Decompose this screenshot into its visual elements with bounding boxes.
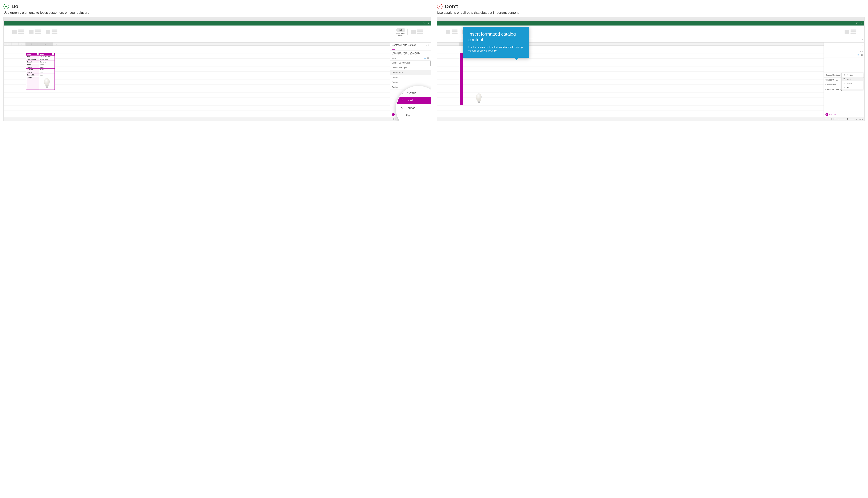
col-j[interactable]: J	[18, 42, 26, 45]
context-menu-format[interactable]: Format	[397, 104, 431, 112]
svg-rect-12	[861, 54, 861, 55]
svg-point-7	[401, 107, 402, 107]
close-icon[interactable]: ✕	[861, 44, 863, 46]
task-pane: x ▾✕ nite •••	[824, 42, 864, 117]
ribbon-addin-label: Parts Catalog	[397, 33, 405, 34]
do-example-frame: ─ ▢ ✕ Parts Catalog Contoso ˅	[3, 17, 431, 121]
context-menu-insert[interactable]: Insert	[842, 77, 863, 81]
svg-rect-5	[428, 58, 429, 59]
context-menu-pin[interactable]: Pin	[397, 112, 431, 119]
pane-breadcrumb-tail: nite	[826, 51, 863, 53]
list-item[interactable]: Contoso 60 - 65w Equal	[390, 61, 431, 65]
status-bar: – + 100%	[4, 117, 431, 121]
zoom-out-button[interactable]: –	[838, 118, 839, 120]
col-l[interactable]: L	[37, 42, 53, 45]
pane-breadcrumb: LED - R30 - 2700K - Warm White	[392, 52, 429, 54]
ribbon-group	[12, 29, 24, 34]
view-button[interactable]	[391, 118, 393, 120]
table-header-label[interactable]: Lable▾	[26, 53, 39, 55]
callout-title: Insert formatted catalog content	[468, 31, 524, 42]
dont-subheading: Use captions or call-outs that obstruct …	[437, 11, 865, 15]
column-headers[interactable]: H I J K L M	[4, 42, 390, 45]
minimize-button[interactable]: ─	[852, 22, 854, 24]
close-button[interactable]: ✕	[427, 22, 429, 24]
list-item[interactable]: Contoso 85w Equal	[390, 65, 431, 70]
lightbulb-icon	[400, 29, 402, 31]
formula-bar[interactable]: ˅	[4, 38, 431, 42]
list-item[interactable]: •••	[824, 57, 864, 73]
filter-label: Name	[392, 57, 396, 60]
context-menu-pin[interactable]: Pin	[842, 86, 863, 90]
col-h[interactable]: H	[4, 42, 12, 45]
svg-point-8	[402, 108, 403, 108]
dropdown-icon[interactable]: ▾	[52, 53, 54, 55]
svg-rect-4	[427, 58, 428, 59]
svg-rect-10	[478, 101, 480, 102]
minimize-button[interactable]: ─	[418, 22, 420, 24]
pane-footer[interactable]: C Contoso	[824, 112, 864, 117]
col-m[interactable]: M	[53, 42, 60, 45]
check-icon	[3, 4, 9, 9]
list-view-icon[interactable]	[424, 57, 426, 60]
list-item[interactable]: Contoso 8	[390, 75, 431, 80]
view-button[interactable]	[833, 118, 836, 120]
callout-body: Use list item menu to select insert and …	[468, 45, 524, 52]
svg-point-18	[845, 83, 845, 83]
ribbon-group	[29, 29, 41, 34]
col-k[interactable]: K	[26, 42, 37, 45]
close-icon[interactable]: ✕	[428, 44, 429, 46]
chevron-down-icon[interactable]: ˅	[428, 39, 429, 41]
chevron-down-icon[interactable]: ˅	[862, 39, 863, 41]
chevron-down-icon[interactable]: ▾	[860, 44, 860, 46]
list-view-icon[interactable]	[857, 54, 859, 56]
table-edge	[460, 53, 463, 105]
svg-rect-3	[428, 57, 429, 58]
lightbulb-image	[475, 93, 483, 104]
title-bar: ─ ▢ ✕	[4, 21, 431, 26]
menu-icon[interactable]	[392, 48, 395, 50]
view-button[interactable]	[395, 118, 398, 120]
svg-rect-1	[46, 87, 48, 88]
svg-rect-2	[427, 57, 428, 58]
x-icon	[437, 4, 442, 9]
dropdown-icon[interactable]: ▾	[37, 53, 39, 55]
maximize-button[interactable]: ▢	[423, 22, 425, 24]
ribbon-addin-brand: Contoso	[398, 34, 403, 36]
svg-point-16	[844, 75, 845, 75]
data-table[interactable]: Lable▾ Value▾ Name60 - 65w Equal Descrip…	[26, 53, 55, 90]
col-i[interactable]: I	[12, 42, 18, 45]
context-menu-insert[interactable]: Insert	[397, 97, 431, 104]
svg-rect-11	[478, 102, 480, 103]
pane-title: Contoso Parts Catalog	[392, 43, 416, 46]
table-header-value[interactable]: Value▾	[39, 53, 54, 55]
table-row: Image	[26, 76, 55, 90]
zoom-slider[interactable]	[840, 119, 854, 119]
ribbon-addin-button[interactable]: Parts Catalog Contoso	[394, 28, 407, 36]
callout-tooltip: Insert formatted catalog content Use lis…	[463, 27, 529, 57]
view-button[interactable]	[824, 118, 827, 120]
close-button[interactable]: ✕	[860, 22, 863, 24]
brand-badge: C	[392, 113, 395, 116]
worksheet[interactable]: H I J K L M	[4, 42, 390, 117]
list-item[interactable]: Contoso 60 - 6	[390, 70, 431, 75]
brand-label: Contoso	[829, 114, 836, 116]
context-menu-preview[interactable]: Preview	[842, 73, 863, 77]
svg-point-17	[844, 82, 844, 83]
maximize-button[interactable]: ▢	[856, 22, 858, 24]
do-heading: Do	[11, 3, 18, 9]
table-row: Name60 - 65w Equal	[26, 55, 55, 58]
zoom-in-button[interactable]: +	[856, 118, 857, 120]
more-icon[interactable]: •••	[860, 59, 863, 61]
chevron-down-icon[interactable]: ▾	[426, 44, 427, 46]
context-menu-format[interactable]: Format	[842, 81, 863, 86]
table-row: Lumens1600	[26, 68, 55, 71]
grid-view-icon[interactable]	[427, 57, 429, 60]
view-button[interactable]	[829, 118, 831, 120]
list-item[interactable]: Contoso	[390, 80, 431, 85]
dont-heading: Don't	[445, 3, 458, 9]
grid-view-icon[interactable]	[861, 54, 863, 56]
sort-icon[interactable]: ↓	[397, 57, 398, 60]
ribbon-group	[446, 29, 458, 34]
ribbon-group	[845, 29, 856, 34]
brand-badge: C	[826, 113, 828, 116]
